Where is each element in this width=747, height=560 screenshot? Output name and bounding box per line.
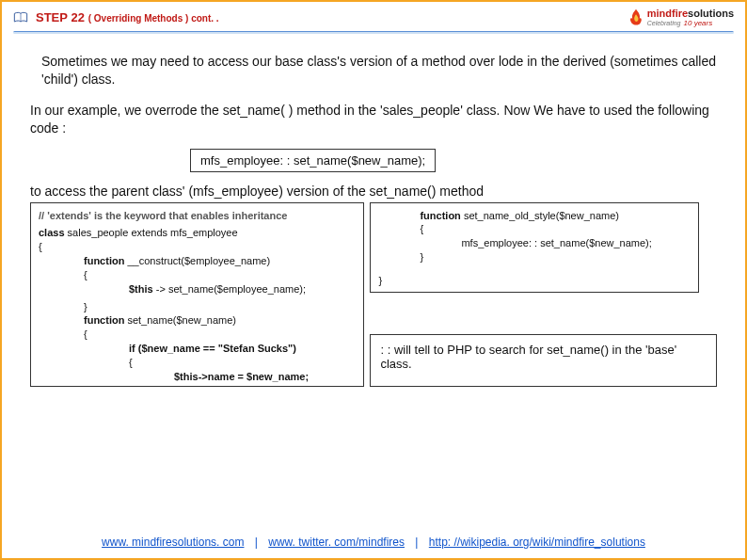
code-box-left: // 'extends' is the keyword that enables… [30, 202, 364, 387]
paragraph-2: In our example, we overrode the set_name… [30, 102, 717, 137]
footer-link-twitter[interactable]: www. twitter. com/mindfires [268, 536, 405, 549]
code-comment: // 'extends' is the keyword that enables… [39, 210, 287, 221]
kw-function: function [84, 314, 124, 326]
book-icon [13, 11, 28, 24]
code-columns: // 'extends' is the keyword that enables… [30, 202, 717, 387]
right-column: function set_name_old_style($new_name) {… [370, 202, 717, 387]
code-text: } [378, 250, 691, 264]
note-box: : : will tell to PHP to search for set_n… [370, 334, 717, 387]
logo-tagline: Celebrating [647, 20, 681, 26]
step-subtitle: ( Overriding Methods ) cont. . [88, 13, 219, 24]
kw-function: function [420, 210, 460, 221]
header-divider [13, 31, 734, 34]
code-text: { [39, 328, 356, 342]
code-text: } [39, 384, 356, 387]
slide-page: STEP 22 ( Overriding Methods ) cont. . m… [0, 0, 747, 560]
code-text: -> set_name($employee_name); [153, 283, 306, 295]
code-text: mfs_employee: : set_name($new_name); [378, 236, 691, 250]
code-text: $this->name = $new_name; [174, 371, 309, 382]
code-text: { [39, 240, 356, 254]
code-text: } [378, 274, 691, 288]
logo-brand1: mindfire [647, 8, 688, 19]
footer-links: www. mindfiresolutions. com | www. twitt… [2, 536, 745, 549]
footer-link-wiki[interactable]: http: //wikipedia. org/wiki/mindfire_sol… [429, 536, 645, 549]
code-text: sales_people extends mfs_employee [65, 227, 238, 238]
header-row: STEP 22 ( Overriding Methods ) cont. . m… [2, 2, 745, 31]
step-number: 22 [72, 10, 85, 24]
kw-this: $this [129, 283, 153, 295]
code-box-right: function set_name_old_style($new_name) {… [370, 202, 699, 293]
code-text: __construct($employee_name) [124, 255, 270, 266]
code-text: } [39, 300, 356, 314]
kw-class: class [39, 227, 65, 238]
kw-function: function [84, 255, 124, 266]
paragraph-1: Sometimes we may need to access our base… [41, 53, 717, 88]
content-area: Sometimes we may need to access our base… [2, 38, 745, 387]
logo-text-group: mindfiresolutions Celebrating 10 years [647, 8, 734, 27]
flame-icon [628, 8, 644, 27]
code-text: set_name($new_name) [124, 314, 236, 326]
code-text: { [39, 356, 356, 370]
code-text: { [39, 268, 356, 282]
separator: | [415, 536, 418, 549]
logo-years: 10 years [684, 19, 713, 27]
code-text: set_name_old_style($new_name) [461, 210, 619, 221]
code-text: { [378, 222, 691, 236]
brand-logo: mindfiresolutions Celebrating 10 years [628, 8, 734, 27]
inline-code: mfs_employee: : set_name($new_name); [190, 149, 436, 172]
footer-link-site[interactable]: www. mindfiresolutions. com [102, 536, 244, 549]
header-left: STEP 22 ( Overriding Methods ) cont. . [13, 10, 219, 24]
step-title: STEP 22 ( Overriding Methods ) cont. . [36, 10, 219, 24]
code-text: if ($new_name == "Stefan Sucks") [129, 343, 296, 354]
separator: | [255, 536, 258, 549]
paragraph-3: to access the parent class' (mfs_employe… [30, 184, 717, 199]
logo-brand2: solutions [688, 8, 734, 19]
step-label: STEP [36, 10, 68, 24]
